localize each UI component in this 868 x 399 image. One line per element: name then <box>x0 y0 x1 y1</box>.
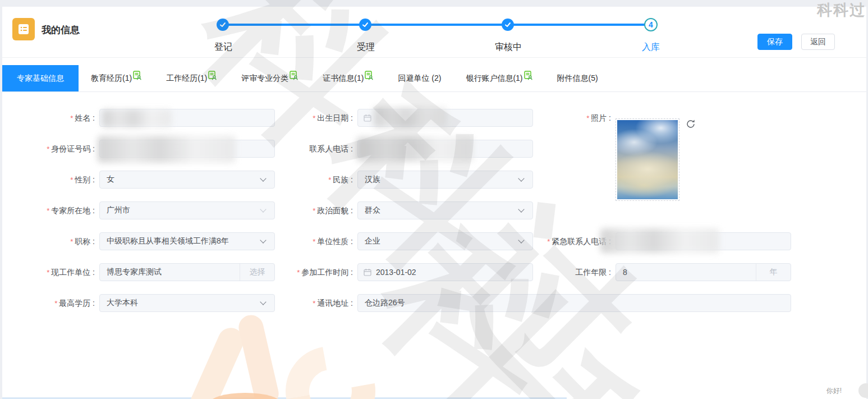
photo-preview[interactable] <box>616 118 679 201</box>
required-asterisk: * <box>70 237 73 246</box>
gender-select[interactable]: 女 <box>99 171 275 189</box>
work-start-date-input[interactable]: 2013-01-02 <box>357 263 533 281</box>
contact-phone-input[interactable] <box>357 140 533 158</box>
name-input[interactable] <box>99 109 275 127</box>
list-icon <box>17 22 30 36</box>
redacted-contact-phone <box>357 137 474 162</box>
chevron-down-icon <box>518 206 524 212</box>
form-area: *姓名 : *出生日期 : *照片 : *身份证号码 : 联系人电话 : <box>2 92 866 399</box>
label-ethnicity: *民族 : <box>272 171 353 189</box>
tab-2[interactable]: 工作经历(1) <box>154 65 229 91</box>
tab-5[interactable]: 回避单位 (2) <box>385 65 453 91</box>
ethnicity-select[interactable]: 汉族 <box>357 171 533 189</box>
redacted-id-number <box>98 136 236 163</box>
doc-person-icon <box>365 71 373 80</box>
birth-date-input[interactable] <box>357 109 533 127</box>
save-button[interactable]: 保存 <box>757 34 792 50</box>
stepper-step-label: 登记 <box>201 42 246 53</box>
label-work-unit: *现工作单位 : <box>13 263 95 281</box>
doc-person-icon <box>524 71 532 80</box>
tab-label: 评审专业分类 <box>241 74 288 84</box>
required-asterisk: * <box>70 176 73 184</box>
required-asterisk: * <box>586 114 589 122</box>
political-status-select[interactable]: 群众 <box>357 201 533 219</box>
redacted-name <box>102 109 172 127</box>
tab-3[interactable]: 评审专业分类 <box>229 65 310 91</box>
tab-label: 教育经历(1) <box>91 74 132 84</box>
back-button[interactable]: 返回 <box>801 34 835 50</box>
tab-7[interactable]: 附件信息(5) <box>545 65 610 91</box>
stepper-step-label: 审核中 <box>486 42 531 53</box>
required-asterisk: * <box>313 237 315 246</box>
title-select[interactable]: 中级职称且从事相关领域工作满8年 <box>99 232 275 250</box>
tab-4[interactable]: 证书信息(1) <box>310 65 385 91</box>
unit-nature-select[interactable]: 企业 <box>357 232 533 250</box>
tab-label: 银行账户信息(1) <box>466 74 522 84</box>
my-info-icon <box>12 18 35 40</box>
progress-stepper: 登记受理审核中4入库 <box>217 18 658 54</box>
tab-label: 附件信息(5) <box>557 74 598 84</box>
redacted-emergency-phone <box>600 228 719 253</box>
required-asterisk: * <box>47 207 49 215</box>
required-asterisk: * <box>70 114 73 122</box>
location-select: 广州市 <box>99 201 275 219</box>
doc-person-icon <box>208 71 217 80</box>
label-political-status: *政治面貌 : <box>272 201 353 219</box>
stepper-step-2: 受理 <box>359 18 373 31</box>
label-photo: *照片 : <box>530 109 611 127</box>
stepper-step-1: 登记 <box>217 18 230 31</box>
required-asterisk: * <box>547 237 550 246</box>
chevron-down-icon <box>260 206 266 212</box>
chevron-down-icon <box>260 237 266 243</box>
greeting-text: 你好! <box>826 386 842 396</box>
label-birth-date: *出生日期 : <box>272 109 353 127</box>
tab-label: 证书信息(1) <box>323 74 364 84</box>
refresh-icon[interactable] <box>686 119 696 129</box>
label-location: *专家所在地 : <box>13 201 95 219</box>
work-years-input[interactable]: 8 年 <box>616 263 791 281</box>
check-icon <box>217 19 229 31</box>
address-input[interactable]: 仓边路26号 <box>357 294 791 312</box>
education-select[interactable]: 大学本科 <box>99 294 275 312</box>
id-number-input[interactable] <box>99 140 275 158</box>
tab-6[interactable]: 银行账户信息(1) <box>453 65 544 91</box>
required-asterisk: * <box>54 299 57 308</box>
emergency-phone-input[interactable] <box>616 232 791 250</box>
redacted-birth-date <box>374 107 447 127</box>
choose-button[interactable]: 选择 <box>240 264 274 281</box>
chevron-down-icon <box>518 175 524 181</box>
step-number-badge: 4 <box>644 18 658 31</box>
calendar-icon <box>364 114 371 122</box>
stepper-step-label: 入库 <box>628 42 673 53</box>
check-icon <box>359 19 371 31</box>
label-emergency-phone: *紧急联系人电话 : <box>524 232 611 250</box>
required-asterisk: * <box>313 299 315 308</box>
stepper-step-3: 审核中 <box>502 18 515 31</box>
work-unit-input[interactable]: 博思专家库测试 选择 <box>99 263 275 281</box>
tab-expert-basic-info[interactable]: 专家基础信息 <box>2 65 79 91</box>
tab-label: 回避单位 (2) <box>398 74 441 84</box>
label-contact-phone: 联系人电话 : <box>272 140 353 158</box>
tab-label: 工作经历(1) <box>166 74 207 84</box>
chevron-down-icon <box>260 175 266 181</box>
header-bar: 我的信息 登记受理审核中4入库 保存 返回 <box>2 7 866 58</box>
tab-1[interactable]: 教育经历(1) <box>79 65 154 91</box>
label-education: *最高学历 : <box>13 294 95 312</box>
required-asterisk: * <box>313 114 315 122</box>
tab-label: 专家基础信息 <box>17 74 64 84</box>
page-title: 我的信息 <box>42 24 80 36</box>
check-icon <box>502 19 514 31</box>
calendar-icon <box>364 268 371 276</box>
label-gender: *性别 : <box>13 171 95 189</box>
chevron-down-icon <box>260 299 266 305</box>
label-name: *姓名 : <box>13 109 95 127</box>
stepper-line <box>222 24 651 26</box>
stepper-step-label: 受理 <box>343 42 388 53</box>
label-work-start: *参加工作时间 : <box>272 263 353 281</box>
label-id-number: *身份证号码 : <box>13 140 95 158</box>
label-work-years: 工作年限 : <box>530 263 611 281</box>
doc-person-icon <box>133 71 141 80</box>
tab-bar: 专家基础信息教育经历(1)工作经历(1)评审专业分类证书信息(1)回避单位 (2… <box>2 58 866 92</box>
label-unit-nature: *单位性质 : <box>272 232 353 250</box>
stepper-step-4: 4入库 <box>644 18 658 31</box>
